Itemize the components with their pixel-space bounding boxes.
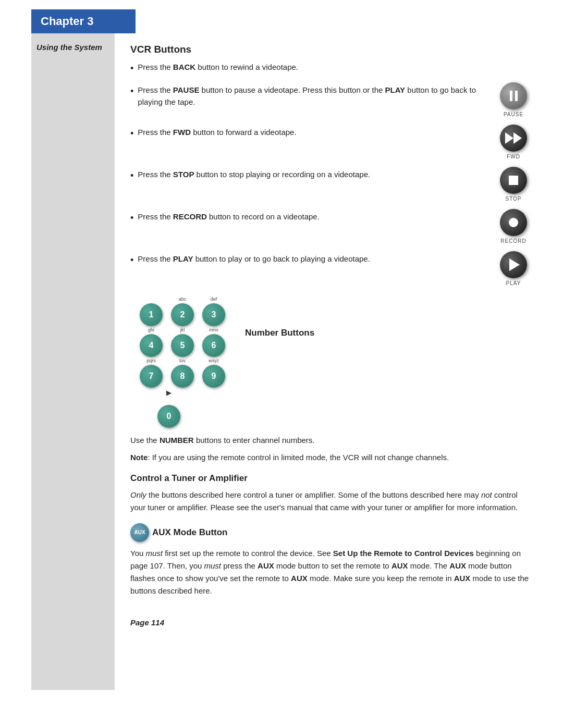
aux-mode-section-title: AUX AUX Mode Button — [130, 523, 532, 542]
num-btn-2[interactable]: 2 — [171, 303, 194, 326]
play-button-icon — [500, 251, 527, 278]
num-cell-0: 0 — [155, 398, 182, 428]
number-buttons-note: Note: If you are using the remote contro… — [130, 452, 532, 464]
num-toplabel-8: tuv — [179, 358, 186, 364]
chapter-bar: Chapter 3 — [31, 9, 136, 33]
bullet-dot-stop: • — [130, 170, 133, 181]
stop-label: STOP — [505, 196, 521, 202]
fwd-button-icon — [500, 125, 527, 152]
numpad-row-0: 0 — [103, 398, 235, 428]
num-btn-9[interactable]: 9 — [202, 365, 225, 388]
sidebar: Using the System — [31, 33, 115, 690]
vcr-buttons-title: VCR Buttons — [130, 44, 532, 55]
stop-button-icon — [500, 167, 527, 194]
fwd-symbol — [505, 132, 522, 144]
vcr-bullet-stop: • Press the STOP button to stop playing … — [130, 169, 532, 202]
page-number: Page 114 — [130, 618, 532, 627]
num-toplabel-9: wxyz — [209, 358, 219, 364]
num-cell-arrow: ▶ — [155, 389, 182, 397]
control-amplifier-title: Control a Tuner or Amplifier — [130, 473, 532, 484]
num-toplabel-3: def — [211, 297, 217, 303]
num-btn-0[interactable]: 0 — [157, 405, 180, 428]
main-content: VCR Buttons • Press the BACK button to r… — [115, 33, 563, 690]
aux-mode-title: AUX Mode Button — [152, 527, 227, 538]
record-icon-group: RECORD — [495, 209, 532, 244]
record-label: RECORD — [500, 238, 526, 244]
num-toplabel-6: mno — [209, 327, 218, 334]
vcr-fwd-text: Press the FWD button to forward a videot… — [138, 127, 495, 139]
num-cell-1: 1 — [138, 297, 165, 326]
bullet-dot-pause: • — [130, 86, 133, 97]
vcr-pause-text: Press the PAUSE button to pause a videot… — [138, 84, 495, 108]
vcr-stop-text: Press the STOP button to stop playing or… — [138, 169, 495, 181]
bullet-dot-play: • — [130, 255, 133, 266]
vcr-bullet-play: • Press the PLAY button to play or to go… — [130, 253, 532, 286]
num-cell-8: tuv 8 — [169, 358, 196, 388]
num-toplabel-4: ghi — [148, 327, 154, 334]
num-btn-7[interactable]: 7 — [140, 365, 163, 388]
numpad-row-2: ghi 4 jkl 5 mno 6 — [130, 327, 235, 357]
num-toplabel-5: jkl — [180, 327, 185, 334]
num-cell-4: ghi 4 — [138, 327, 165, 357]
num-btn-5[interactable]: 5 — [171, 334, 194, 357]
numpad: 1 abc 2 def 3 ghi 4 — [130, 297, 235, 429]
control-amplifier-body: Only the buttons described here control … — [130, 489, 532, 514]
fwd-icon-group: FWD — [495, 125, 532, 159]
vcr-bullet-fwd: • Press the FWD button to forward a vide… — [130, 127, 532, 159]
bullet-dot-record: • — [130, 213, 133, 224]
bullet-dot-back: • — [130, 63, 133, 74]
num-btn-8[interactable]: 8 — [171, 365, 194, 388]
pause-button-icon — [500, 82, 527, 109]
stop-icon-group: STOP — [495, 167, 532, 202]
sidebar-label: Using the System — [31, 39, 115, 52]
num-arrow-indicator: ▶ — [166, 389, 172, 397]
fwd-label: FWD — [507, 154, 520, 159]
vcr-bullet-record: • Press the RECORD button to record on a… — [130, 211, 532, 244]
numpad-row-3: pqrs 7 tuv 8 wxyz 9 — [130, 358, 235, 388]
vcr-play-text: Press the PLAY button to play or to go b… — [138, 253, 495, 265]
aux-label: AUX — [134, 529, 145, 535]
stop-symbol — [509, 176, 518, 185]
vcr-bullet-pause: • Press the PAUSE button to pause a vide… — [130, 84, 532, 117]
num-btn-6[interactable]: 6 — [202, 334, 225, 357]
bullet-dot-fwd: • — [130, 128, 133, 139]
play-label: PLAY — [506, 280, 521, 286]
num-cell-5: jkl 5 — [169, 327, 196, 357]
number-buttons-title: Number Buttons — [245, 328, 314, 338]
play-icon-group: PLAY — [495, 251, 532, 286]
num-btn-1[interactable]: 1 — [140, 303, 163, 326]
num-toplabel-7: pqrs — [146, 358, 156, 364]
num-cell-2: abc 2 — [169, 297, 196, 326]
number-buttons-body: Use the NUMBER buttons to enter channel … — [130, 434, 532, 447]
num-cell-3: def 3 — [200, 297, 227, 326]
play-symbol — [509, 258, 520, 271]
numpad-section: 1 abc 2 def 3 ghi 4 — [130, 297, 532, 429]
vcr-bullet-back: • Press the BACK button to rewind a vide… — [130, 61, 532, 74]
record-button-icon — [500, 209, 527, 236]
num-cell-6: mno 6 — [200, 327, 227, 357]
pause-symbol — [510, 91, 518, 101]
pause-icon-group: PAUSE — [495, 82, 532, 117]
num-cell-7: pqrs 7 — [138, 358, 165, 388]
vcr-record-text: Press the RECORD button to record on a v… — [138, 211, 495, 223]
record-symbol — [509, 218, 518, 227]
num-btn-4[interactable]: 4 — [140, 334, 163, 357]
aux-mode-body: You must first set up the remote to cont… — [130, 547, 532, 597]
num-btn-3[interactable]: 3 — [202, 303, 225, 326]
pause-label: PAUSE — [504, 112, 523, 117]
numpad-arrow-row: ▶ — [103, 389, 235, 397]
aux-button-icon: AUX — [130, 523, 149, 542]
numpad-row-1: 1 abc 2 def 3 — [130, 297, 235, 326]
num-cell-9: wxyz 9 — [200, 358, 227, 388]
vcr-back-text: Press the BACK button to rewind a videot… — [138, 61, 532, 73]
num-toplabel-2: abc — [179, 297, 187, 303]
